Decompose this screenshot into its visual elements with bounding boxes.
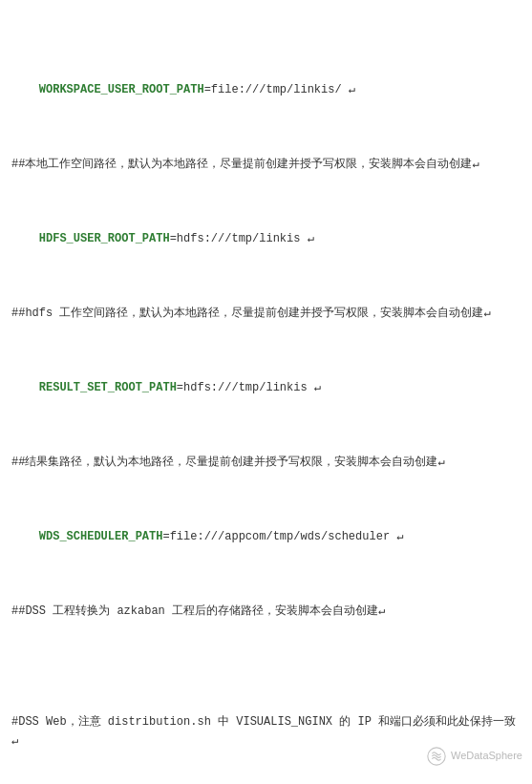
key-hdfs-root: HDFS_USER_ROOT_PATH	[39, 232, 170, 245]
line-6: ##结果集路径，默认为本地路径，尽量提前创建并授予写权限，安装脚本会自动创建↵	[11, 454, 521, 473]
key-workspace: WORKSPACE_USER_ROOT_PATH	[39, 83, 204, 96]
line-5: RESULT_SET_ROOT_PATH=hdfs:///tmp/linkis …	[11, 360, 521, 416]
line-1: WORKSPACE_USER_ROOT_PATH=file:///tmp/lin…	[11, 63, 521, 119]
line-2: ##本地工作空间路径，默认为本地路径，尽量提前创建并授予写权限，安装脚本会自动创…	[11, 156, 521, 175]
watermark: WeDataSphere	[426, 746, 522, 767]
line-8: ##DSS 工程转换为 azkaban 工程后的存储路径，安装脚本会自动创建↵	[11, 603, 521, 622]
key-wds-scheduler: WDS_SCHEDULER_PATH	[39, 530, 163, 543]
code-content: WORKSPACE_USER_ROOT_PATH=file:///tmp/lin…	[0, 0, 532, 784]
key-result-set: RESULT_SET_ROOT_PATH	[39, 381, 177, 394]
wedatasphere-text: WeDataSphere	[451, 748, 522, 765]
line-4: ##hdfs 工作空间路径，默认为本地路径，尽量提前创建并授予写权限，安装脚本会…	[11, 305, 521, 324]
line-3: HDFS_USER_ROOT_PATH=hdfs:///tmp/linkis ↵	[11, 212, 521, 268]
line-7: WDS_SCHEDULER_PATH=file:///appcom/tmp/wd…	[11, 509, 521, 565]
wedatasphere-icon	[426, 746, 447, 767]
line-9	[11, 658, 521, 677]
